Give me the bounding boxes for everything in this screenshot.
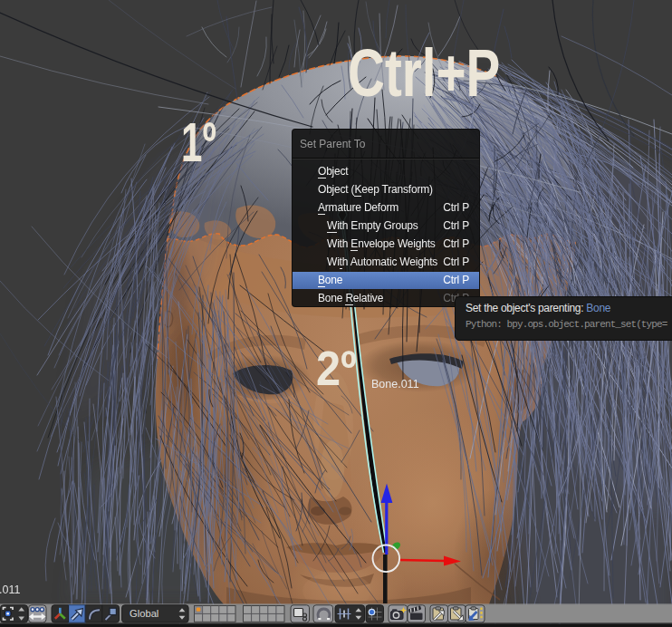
svg-text:Global: Global: [130, 608, 158, 619]
